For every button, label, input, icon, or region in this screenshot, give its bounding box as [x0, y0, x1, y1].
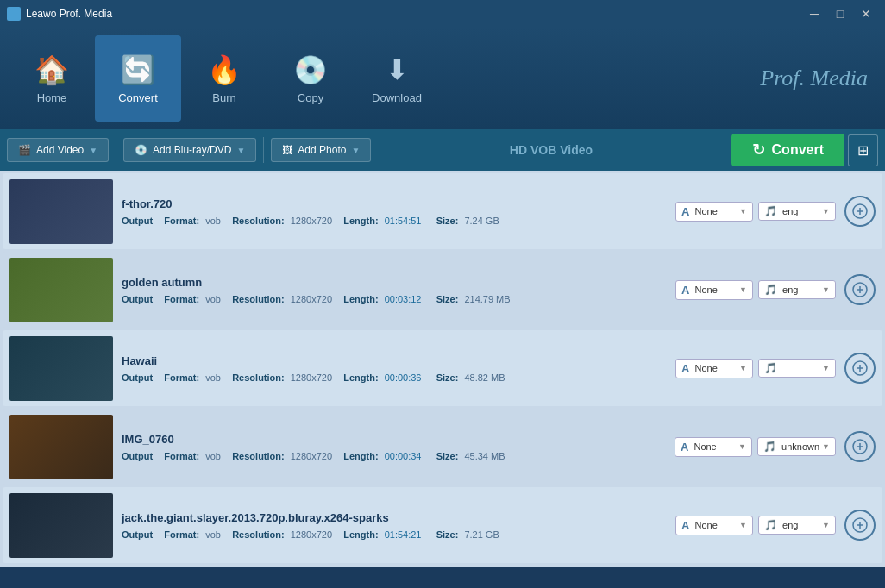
- audio-icon-jack-giant: 🎵: [764, 519, 777, 531]
- subtitle-arrow-icon-golden-autumn: ▼: [739, 285, 747, 294]
- close-button[interactable]: ✕: [854, 4, 878, 23]
- audio-icon-f-thor: 🎵: [764, 205, 777, 217]
- video-meta-f-thor: Output Format: vob Resolution: 1280x720 …: [122, 216, 667, 226]
- nav-home[interactable]: 🏠 Home: [9, 35, 95, 122]
- nav-download[interactable]: ⬇ Download: [354, 35, 440, 122]
- minimize-button[interactable]: ─: [802, 4, 826, 23]
- audio-arrow-icon-jack-giant: ▼: [822, 521, 830, 529]
- subtitle-arrow-icon-f-thor: ▼: [739, 207, 747, 216]
- add-bluray-arrow-icon: ▼: [236, 146, 245, 155]
- nav-burn-label: Burn: [212, 91, 235, 104]
- subtitle-icon-jack-giant: A: [681, 519, 689, 532]
- subtitle-select-hawaii[interactable]: A None ▼: [675, 359, 753, 378]
- video-title-f-thor: f-thor.720: [122, 197, 667, 210]
- burn-icon: 🔥: [207, 53, 242, 86]
- edit-button-img-0760[interactable]: [844, 431, 876, 462]
- subtitle-select-img-0760[interactable]: A None ▼: [675, 437, 752, 457]
- video-thumb-golden-autumn: [9, 258, 113, 322]
- nav-burn[interactable]: 🔥 Burn: [181, 35, 267, 122]
- subtitle-select-f-thor[interactable]: A None ▼: [675, 202, 753, 222]
- track-controls-f-thor: A None ▼ 🎵 eng ▼: [675, 202, 836, 222]
- subtitle-icon-f-thor: A: [681, 205, 689, 218]
- edit-icon-img-0760: [852, 439, 868, 454]
- maximize-button[interactable]: □: [828, 4, 852, 23]
- add-photo-arrow-icon: ▼: [351, 146, 360, 155]
- track-controls-jack-giant: A None ▼ 🎵 eng ▼: [675, 516, 836, 535]
- title-bar-controls: ─ □ ✕: [802, 4, 878, 23]
- subtitle-select-jack-giant[interactable]: A None ▼: [675, 516, 753, 535]
- nav-copy[interactable]: 💿 Copy: [267, 35, 354, 122]
- add-video-label: Add Video: [36, 144, 84, 156]
- video-info-f-thor: f-thor.720 Output Format: vob Resolution…: [122, 197, 667, 226]
- toolbar: 🎬 Add Video ▼ 💿 Add Blu-ray/DVD ▼ 🖼 Add …: [0, 129, 885, 171]
- nav-convert[interactable]: 🔄 Convert: [95, 35, 181, 122]
- add-video-button[interactable]: 🎬 Add Video ▼: [7, 138, 109, 162]
- audio-value-f-thor: eng: [780, 206, 798, 216]
- subtitle-icon-hawaii: A: [681, 362, 689, 375]
- add-photo-icon: 🖼: [282, 144, 292, 156]
- format-label: HD VOB Video: [374, 143, 727, 157]
- convert-button[interactable]: ↻ Convert: [731, 134, 844, 166]
- edit-button-f-thor[interactable]: [844, 196, 876, 227]
- audio-select-jack-giant[interactable]: 🎵 eng ▼: [758, 516, 836, 535]
- audio-select-hawaii[interactable]: 🎵 ▼: [758, 359, 836, 378]
- track-controls-img-0760: A None ▼ 🎵 unknown ▼: [675, 437, 836, 457]
- video-info-img-0760: IMG_0760 Output Format: vob Resolution: …: [122, 433, 666, 461]
- edit-button-jack-giant[interactable]: [844, 510, 876, 541]
- audio-select-f-thor[interactable]: 🎵 eng ▼: [758, 202, 836, 221]
- track-controls-golden-autumn: A None ▼ 🎵 eng ▼: [675, 280, 836, 300]
- refresh-icon: ↻: [752, 141, 765, 160]
- convert-icon: 🔄: [121, 53, 155, 86]
- divider-1: [116, 137, 116, 163]
- add-bluray-icon: 💿: [135, 144, 148, 156]
- video-thumb-f-thor: [9, 179, 113, 244]
- audio-value-hawaii: [780, 363, 782, 373]
- video-info-hawaii: Hawaii Output Format: vob Resolution: 12…: [122, 354, 667, 383]
- edit-button-hawaii[interactable]: [844, 353, 876, 384]
- divider-2: [263, 137, 264, 163]
- add-photo-label: Add Photo: [298, 144, 346, 156]
- audio-value-img-0760: unknown: [779, 441, 819, 452]
- video-meta-hawaii: Output Format: vob Resolution: 1280x720 …: [122, 372, 667, 383]
- edit-icon-jack-giant: [852, 517, 868, 533]
- title-bar: Leawo Prof. Media ─ □ ✕: [0, 0, 885, 28]
- video-row-img-0760: IMG_0760 Output Format: vob Resolution: …: [3, 409, 882, 485]
- top-nav: 🏠 Home 🔄 Convert 🔥 Burn 💿 Copy ⬇ Downloa…: [0, 28, 885, 129]
- subtitle-value-jack-giant: None: [692, 520, 717, 530]
- subtitle-value-img-0760: None: [691, 441, 716, 452]
- audio-arrow-icon-f-thor: ▼: [822, 207, 830, 216]
- audio-icon-img-0760: 🎵: [763, 441, 776, 453]
- audio-select-img-0760[interactable]: 🎵 unknown ▼: [757, 437, 836, 456]
- video-info-golden-autumn: golden autumn Output Format: vob Resolut…: [122, 276, 667, 304]
- nav-copy-label: Copy: [298, 91, 323, 104]
- video-title-hawaii: Hawaii: [122, 354, 667, 367]
- subtitle-arrow-icon-hawaii: ▼: [739, 364, 747, 372]
- audio-arrow-icon-hawaii: ▼: [822, 364, 830, 372]
- subtitle-icon-img-0760: A: [681, 441, 688, 454]
- subtitle-select-golden-autumn[interactable]: A None ▼: [675, 280, 753, 300]
- video-row-f-thor: f-thor.720 Output Format: vob Resolution…: [3, 173, 882, 249]
- audio-value-golden-autumn: eng: [780, 285, 798, 295]
- nav-home-label: Home: [37, 91, 67, 104]
- audio-select-golden-autumn[interactable]: 🎵 eng ▼: [758, 280, 836, 299]
- video-info-jack-giant: jack.the.giant.slayer.2013.720p.bluray.x…: [122, 511, 667, 540]
- video-meta-golden-autumn: Output Format: vob Resolution: 1280x720 …: [122, 294, 667, 304]
- layout-button[interactable]: ⊞: [848, 134, 878, 166]
- video-meta-jack-giant: Output Format: vob Resolution: 1280x720 …: [122, 529, 667, 540]
- title-bar-left: Leawo Prof. Media: [7, 7, 112, 21]
- content-area: f-thor.720 Output Format: vob Resolution…: [0, 171, 885, 567]
- video-thumb-hawaii: [9, 336, 113, 401]
- home-icon: 🏠: [35, 53, 69, 86]
- edit-button-golden-autumn[interactable]: [844, 274, 876, 305]
- add-bluray-button[interactable]: 💿 Add Blu-ray/DVD ▼: [123, 138, 256, 162]
- video-row-jack-giant: jack.the.giant.slayer.2013.720p.bluray.x…: [3, 487, 882, 563]
- add-video-arrow-icon: ▼: [89, 146, 97, 155]
- subtitle-value-f-thor: None: [692, 206, 717, 216]
- audio-arrow-icon-img-0760: ▼: [822, 442, 830, 451]
- video-title-jack-giant: jack.the.giant.slayer.2013.720p.bluray.x…: [122, 511, 667, 524]
- video-thumb-img-0760: [9, 415, 113, 479]
- add-photo-button[interactable]: 🖼 Add Photo ▼: [271, 138, 371, 162]
- subtitle-icon-golden-autumn: A: [681, 284, 689, 297]
- audio-icon-hawaii: 🎵: [764, 362, 777, 374]
- video-title-img-0760: IMG_0760: [122, 433, 666, 446]
